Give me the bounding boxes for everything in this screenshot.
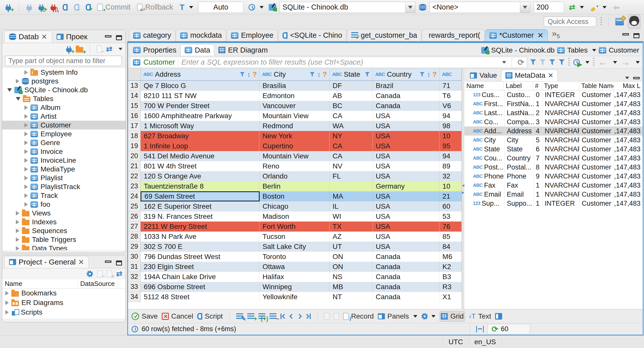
cell-state[interactable]: ON bbox=[330, 262, 373, 272]
cell-city[interactable]: Cupertino bbox=[259, 141, 330, 151]
view-menu-icon[interactable] bbox=[625, 77, 629, 79]
collapsed-arrow-icon[interactable] bbox=[16, 229, 19, 233]
tree-item-mediatype[interactable]: MediaType bbox=[2, 165, 126, 173]
editor-tab-mockdata[interactable]: mockdata bbox=[176, 29, 226, 41]
open-perspective-icon[interactable] bbox=[615, 18, 624, 25]
table-row[interactable]: 20541 Del Medio AvenueMountain ViewCAUSA… bbox=[128, 151, 462, 161]
cell-state[interactable]: NV bbox=[330, 161, 373, 171]
cell-state[interactable]: FL bbox=[330, 171, 373, 181]
sort-icon[interactable]: ↕ bbox=[247, 71, 251, 78]
tab-data[interactable]: Data bbox=[180, 44, 214, 56]
collapsed-arrow-icon[interactable] bbox=[24, 114, 28, 119]
tab-value[interactable]: Value bbox=[466, 70, 501, 81]
metadata-row[interactable]: ABCStateState6NVARCHARCustomer2,147,483 bbox=[464, 145, 643, 154]
cell-state[interactable]: TX bbox=[330, 222, 373, 232]
table-row[interactable]: 26319 N. Frances StreetMadisonWIUSA53 bbox=[128, 211, 462, 222]
metadata-row[interactable]: ABCAdd...Address4NVARCHARCustomer2,147,4… bbox=[464, 126, 643, 136]
metadata-row[interactable]: ABCEmailEmail1NVARCHARCustomer2,147,483 bbox=[464, 190, 643, 199]
link-with-editor-icon[interactable]: ⇄ bbox=[116, 271, 123, 277]
meta-column-item[interactable]: # bbox=[533, 81, 542, 90]
custom-filter-icon[interactable] bbox=[559, 59, 565, 65]
cell-country[interactable]: USA bbox=[373, 191, 439, 201]
cell-address[interactable]: 2211 W Berry Street bbox=[141, 222, 259, 232]
cell-country[interactable]: USA bbox=[373, 151, 439, 161]
connect-button[interactable] bbox=[25, 3, 33, 11]
previous-row-button[interactable] bbox=[289, 314, 294, 319]
table-row[interactable]: 31230 Elgin StreetOttawaONCanadaK2 bbox=[128, 262, 462, 272]
cell-state[interactable]: UT bbox=[330, 242, 373, 252]
cell-state[interactable]: MA bbox=[330, 191, 373, 201]
cell-address[interactable]: 230 Elgin Street bbox=[141, 262, 259, 272]
tree-item-tables[interactable]: Tables bbox=[2, 94, 126, 103]
highlight-button[interactable] bbox=[589, 4, 608, 11]
sort-icon[interactable]: ↕ bbox=[427, 71, 430, 78]
collapsed-arrow-icon[interactable] bbox=[24, 70, 28, 75]
cell-state[interactable]: DF bbox=[330, 81, 373, 91]
tab-er-diagram[interactable]: ER Diagram bbox=[214, 44, 272, 56]
locale-indicator[interactable]: en_US bbox=[469, 337, 502, 346]
panels-button[interactable]: Panels bbox=[378, 312, 418, 320]
script-button[interactable]: Script bbox=[197, 312, 223, 320]
cell-state[interactable]: IL bbox=[330, 201, 373, 211]
transaction-mode-button[interactable]: T bbox=[178, 3, 195, 12]
cell-country[interactable]: Canada bbox=[373, 292, 439, 302]
navigator-filter-input[interactable] bbox=[5, 56, 122, 66]
cell-state[interactable]: WI bbox=[330, 211, 373, 222]
refresh-connection-button[interactable]: ⇄ bbox=[568, 3, 585, 12]
cell-city[interactable]: Halifax bbox=[259, 272, 330, 282]
nav-back-icon[interactable]: ← bbox=[598, 57, 608, 68]
cell-partial[interactable]: 76 bbox=[439, 222, 462, 232]
cell-country[interactable]: Canada bbox=[373, 262, 439, 272]
tree-item-system-info[interactable]: System Info bbox=[2, 68, 126, 77]
minimize-icon[interactable] bbox=[105, 260, 111, 263]
metadata-row[interactable]: 123Cus...Custo...0INTEGERCustomer2,147,4… bbox=[464, 90, 643, 99]
transaction-log-button[interactable] bbox=[247, 3, 265, 12]
cell-city[interactable]: Chicago bbox=[259, 201, 330, 211]
save-button[interactable]: Save bbox=[132, 312, 158, 320]
table-row[interactable]: 148210 111 ST NWEdmontonABCanadaT6 bbox=[128, 91, 462, 101]
editor-tab-sqlite-chino[interactable]: <SQLite - Chino bbox=[278, 29, 346, 41]
context-object[interactable]: Customer bbox=[609, 46, 639, 54]
cell-state[interactable]: AB bbox=[330, 91, 373, 101]
tab-metadata[interactable]: MetaData ✕ bbox=[501, 70, 558, 81]
table-row[interactable]: 23Tauentzienstraße 8BerlinGermany10 bbox=[128, 181, 462, 191]
cell-address[interactable]: 194A Chain Lake Drive bbox=[141, 272, 259, 282]
filter-funnel-icon[interactable] bbox=[420, 72, 424, 77]
cell-address[interactable]: 796 Dundas Street West bbox=[141, 252, 259, 262]
cell-country[interactable]: USA bbox=[373, 232, 439, 242]
table-row[interactable]: 345112 48 StreetYellowknifeNTCanadaX1 bbox=[128, 292, 462, 302]
filter-funnel-icon[interactable] bbox=[365, 72, 370, 77]
cell-state[interactable]: WA bbox=[330, 121, 373, 131]
tree-item-sequences[interactable]: Sequences bbox=[2, 226, 126, 235]
collapse-all-icon[interactable]: − bbox=[97, 46, 102, 53]
cell-country[interactable]: USA bbox=[373, 131, 439, 141]
add-row-icon[interactable]: + bbox=[247, 313, 254, 319]
close-icon[interactable]: ✕ bbox=[548, 72, 553, 79]
table-row[interactable]: 22120 S Orange AveOrlandoFLUSA32 bbox=[128, 171, 462, 181]
metadata-row[interactable]: ABCCityCity5NVARCHARCustomer2,147,483 bbox=[464, 136, 643, 145]
expanded-arrow-icon[interactable] bbox=[16, 97, 20, 101]
back-button[interactable] bbox=[612, 4, 621, 11]
minimize-icon[interactable] bbox=[105, 35, 111, 37]
text-view-button[interactable]: ‹T Text bbox=[469, 312, 491, 320]
editor-tab-category[interactable]: category bbox=[129, 29, 175, 41]
column-header-partial[interactable]: ABC bbox=[439, 69, 462, 80]
context-container[interactable]: Tables bbox=[567, 46, 588, 54]
column-header-datasource[interactable]: DataSource bbox=[78, 279, 118, 288]
column-header-address[interactable]: ABCAddress↕? bbox=[141, 69, 260, 80]
auto-refresh-icon[interactable]: ▶ bbox=[573, 59, 580, 66]
quick-access-input[interactable] bbox=[544, 16, 596, 27]
project-item-er-diagrams[interactable]: ER Diagrams bbox=[2, 298, 126, 308]
view-menu-icon[interactable] bbox=[118, 48, 123, 50]
cell-address[interactable]: Tauentzienstraße 8 bbox=[141, 181, 259, 191]
new-sql-editor-button[interactable]: + bbox=[84, 3, 92, 12]
expand-icon[interactable]: + bbox=[107, 270, 112, 277]
collapsed-arrow-icon[interactable] bbox=[24, 167, 28, 171]
cell-city[interactable]: New York bbox=[259, 131, 330, 141]
cell-address[interactable]: 627 Broadway bbox=[141, 131, 259, 141]
metadata-row[interactable]: ABCPhonePhone9NVARCHARCustomer2,147,483 bbox=[464, 172, 643, 181]
tree-item-views[interactable]: Views bbox=[2, 209, 126, 218]
tree-item-invoice[interactable]: Invoice bbox=[2, 147, 126, 156]
column-header-state[interactable]: ABCState↕? bbox=[330, 69, 373, 80]
duplicate-row-icon[interactable]: (+) bbox=[258, 313, 265, 319]
